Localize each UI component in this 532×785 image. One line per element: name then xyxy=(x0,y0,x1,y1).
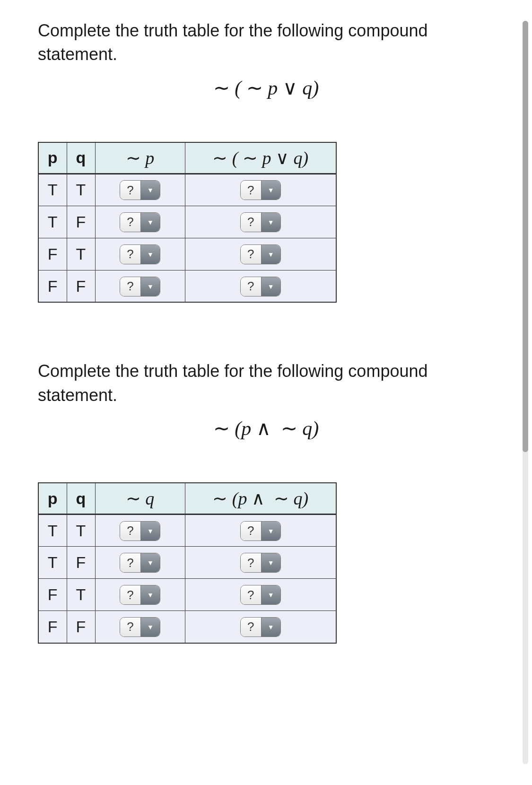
table-row: F F ? ? xyxy=(38,270,336,302)
problem-1-prompt: Complete the truth table for the followi… xyxy=(38,19,494,67)
cell-neg: ? xyxy=(95,174,185,206)
truth-table-2: p q ∼ q ∼ (p ∧ ∼ q) T T ? xyxy=(38,482,337,644)
dropdown-value: ? xyxy=(241,181,262,200)
cell-q: T xyxy=(67,238,95,270)
cell-neg: ? xyxy=(95,515,185,547)
chevron-down-icon xyxy=(141,277,160,296)
chevron-down-icon xyxy=(262,553,280,572)
table-row: T F ? ? xyxy=(38,206,336,238)
chevron-down-icon xyxy=(262,585,280,604)
chevron-down-icon xyxy=(141,553,160,572)
dropdown-value: ? xyxy=(120,618,141,637)
cell-q: T xyxy=(67,515,95,547)
chevron-down-icon xyxy=(141,585,160,604)
cell-compound: ? xyxy=(185,547,336,579)
chevron-down-icon xyxy=(262,277,280,296)
cell-p: T xyxy=(38,547,67,579)
dropdown-neg-p-row-1[interactable]: ? xyxy=(120,180,160,200)
cell-p: F xyxy=(38,270,67,302)
chevron-down-icon xyxy=(262,522,280,541)
dropdown-value: ? xyxy=(241,618,262,637)
cell-compound: ? xyxy=(185,579,336,611)
cell-p: T xyxy=(38,206,67,238)
cell-p: T xyxy=(38,174,67,206)
dropdown-neg-q-row-4[interactable]: ? xyxy=(120,617,160,637)
problem-1-formula: ∼ ( ∼ p ∨ q) xyxy=(38,76,494,99)
dropdown-value: ? xyxy=(120,553,141,572)
dropdown-value: ? xyxy=(120,277,141,296)
dropdown-value: ? xyxy=(120,585,141,604)
dropdown-value: ? xyxy=(120,245,141,264)
cell-compound: ? xyxy=(185,270,336,302)
dropdown-compound-row-1[interactable]: ? xyxy=(240,180,281,200)
dropdown-neg-q-row-2[interactable]: ? xyxy=(120,553,160,573)
dropdown-compound-row-3[interactable]: ? xyxy=(240,244,281,264)
cell-q: T xyxy=(67,174,95,206)
dropdown-value: ? xyxy=(241,277,262,296)
chevron-down-icon xyxy=(262,181,280,200)
table-row: F T ? ? xyxy=(38,238,336,270)
chevron-down-icon xyxy=(141,522,160,541)
dropdown-neg-q-row-3[interactable]: ? xyxy=(120,585,160,605)
table-row: T T ? ? xyxy=(38,174,336,206)
header-neg-q: ∼ q xyxy=(95,483,185,515)
dropdown-value: ? xyxy=(241,585,262,604)
chevron-down-icon xyxy=(141,245,160,264)
cell-compound: ? xyxy=(185,174,336,206)
header-neg-p: ∼ p xyxy=(95,142,185,174)
cell-q: T xyxy=(67,579,95,611)
dropdown-compound-row-3[interactable]: ? xyxy=(240,585,281,605)
dropdown-neg-q-row-1[interactable]: ? xyxy=(120,521,160,541)
dropdown-compound-row-2[interactable]: ? xyxy=(240,553,281,573)
problem-2: Complete the truth table for the followi… xyxy=(38,359,494,643)
header-compound-1: ∼ ( ∼ p ∨ q) xyxy=(185,142,336,174)
dropdown-compound-row-4[interactable]: ? xyxy=(240,617,281,637)
cell-neg: ? xyxy=(95,206,185,238)
header-p: p xyxy=(38,483,67,515)
cell-compound: ? xyxy=(185,611,336,643)
dropdown-neg-p-row-2[interactable]: ? xyxy=(120,212,160,232)
header-q: q xyxy=(67,483,95,515)
chevron-down-icon xyxy=(141,618,160,637)
table-row: F F ? ? xyxy=(38,611,336,643)
problem-1-table-wrapper: p q ∼ p ∼ ( ∼ p ∨ q) T T ? xyxy=(38,142,494,303)
header-q: q xyxy=(67,142,95,174)
dropdown-neg-p-row-3[interactable]: ? xyxy=(120,244,160,264)
dropdown-value: ? xyxy=(241,553,262,572)
dropdown-value: ? xyxy=(241,245,262,264)
cell-compound: ? xyxy=(185,515,336,547)
dropdown-neg-p-row-4[interactable]: ? xyxy=(120,277,160,297)
dropdown-compound-row-4[interactable]: ? xyxy=(240,277,281,297)
cell-q: F xyxy=(67,270,95,302)
cell-compound: ? xyxy=(185,238,336,270)
problem-2-table-wrapper: p q ∼ q ∼ (p ∧ ∼ q) T T ? xyxy=(38,482,494,644)
cell-neg: ? xyxy=(95,547,185,579)
dropdown-value: ? xyxy=(120,181,141,200)
problem-2-prompt: Complete the truth table for the followi… xyxy=(38,359,494,407)
chevron-down-icon xyxy=(262,245,280,264)
scrollbar-thumb[interactable] xyxy=(523,21,528,452)
dropdown-compound-row-2[interactable]: ? xyxy=(240,212,281,232)
problem-1: Complete the truth table for the followi… xyxy=(38,19,494,303)
dropdown-compound-row-1[interactable]: ? xyxy=(240,521,281,541)
chevron-down-icon xyxy=(141,213,160,232)
cell-neg: ? xyxy=(95,238,185,270)
truth-table-1: p q ∼ p ∼ ( ∼ p ∨ q) T T ? xyxy=(38,142,337,303)
header-compound-2: ∼ (p ∧ ∼ q) xyxy=(185,483,336,515)
cell-p: F xyxy=(38,238,67,270)
cell-p: F xyxy=(38,611,67,643)
cell-q: F xyxy=(67,547,95,579)
problem-2-formula: ∼ (p ∧ ∼ q) xyxy=(38,417,494,440)
cell-compound: ? xyxy=(185,206,336,238)
scrollbar[interactable] xyxy=(523,21,528,663)
cell-neg: ? xyxy=(95,579,185,611)
chevron-down-icon xyxy=(141,181,160,200)
cell-q: F xyxy=(67,206,95,238)
dropdown-value: ? xyxy=(120,522,141,541)
dropdown-value: ? xyxy=(120,213,141,232)
chevron-down-icon xyxy=(262,213,280,232)
chevron-down-icon xyxy=(262,618,280,637)
cell-q: F xyxy=(67,611,95,643)
header-p: p xyxy=(38,142,67,174)
cell-p: F xyxy=(38,579,67,611)
